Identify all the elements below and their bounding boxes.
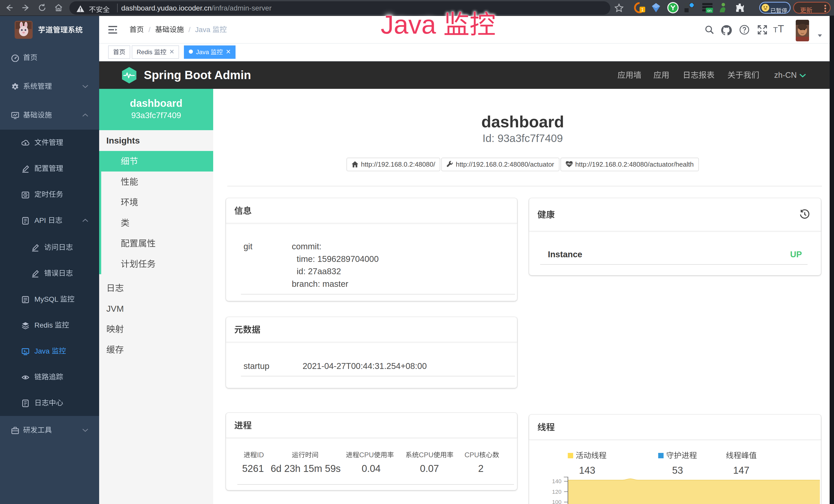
- svg-text:on: on: [707, 8, 712, 13]
- svg-text:120: 120: [552, 488, 562, 495]
- svg-text:T: T: [773, 25, 778, 34]
- svg-text:1: 1: [641, 7, 644, 12]
- svg-text:100: 100: [552, 499, 562, 504]
- svg-text:T: T: [778, 24, 784, 35]
- svg-text:140: 140: [552, 478, 562, 484]
